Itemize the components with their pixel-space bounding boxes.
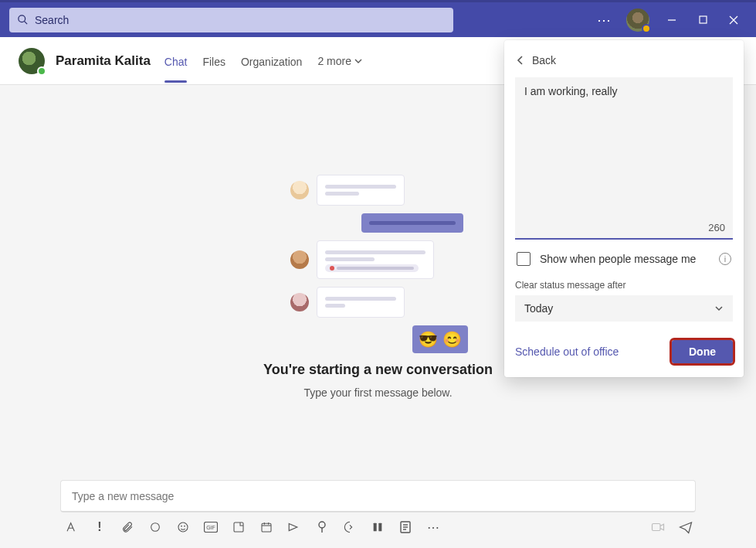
tab-chat[interactable]: Chat [164, 40, 188, 82]
user-avatar[interactable] [626, 9, 649, 32]
chevron-left-icon [517, 56, 524, 65]
schedule-icon[interactable] [259, 520, 273, 534]
show-when-message-checkbox[interactable] [517, 252, 531, 266]
praise-icon[interactable] [371, 520, 385, 534]
stream-icon[interactable] [287, 520, 301, 534]
clear-after-value: Today [524, 302, 553, 315]
attach-icon[interactable] [120, 520, 134, 534]
back-label: Back [532, 54, 556, 66]
tab-more[interactable]: 2 more [317, 55, 362, 67]
empty-sub: Type your first message below. [0, 386, 756, 399]
presence-badge [642, 24, 651, 33]
svg-rect-25 [653, 524, 661, 531]
video-clip-icon[interactable] [651, 520, 665, 534]
illus-avatar [290, 293, 309, 311]
svg-point-17 [319, 522, 325, 528]
tab-organization[interactable]: Organization [241, 40, 302, 82]
message-placeholder: Type a new message [72, 490, 174, 502]
tab-more-label: 2 more [317, 55, 351, 67]
svg-text:GIF: GIF [206, 525, 215, 530]
sticker-icon[interactable] [232, 520, 246, 534]
status-message-input[interactable]: I am working, really 260 [515, 77, 733, 240]
message-input[interactable]: Type a new message [60, 480, 696, 512]
svg-point-0 [19, 15, 25, 22]
svg-point-7 [178, 522, 188, 532]
title-bar: Search ⋯ [0, 0, 756, 37]
illus-avatar [290, 181, 309, 199]
contact-avatar[interactable] [19, 48, 45, 74]
tab-files[interactable]: Files [202, 40, 225, 82]
show-when-message-label: Show when people message me [540, 253, 696, 265]
updates-icon[interactable] [398, 520, 412, 534]
more-actions-icon[interactable]: ⋯ [426, 520, 440, 534]
approval-icon[interactable] [315, 520, 329, 534]
done-button[interactable]: Done [672, 340, 733, 363]
send-icon[interactable] [679, 520, 693, 534]
search-placeholder: Search [35, 14, 69, 26]
minimize-button[interactable] [663, 12, 680, 29]
format-icon[interactable] [65, 520, 79, 534]
clear-after-select[interactable]: Today [515, 295, 733, 322]
contact-name: Paramita Kalita [56, 53, 151, 69]
close-button[interactable] [725, 12, 742, 29]
svg-rect-19 [374, 523, 377, 532]
svg-point-9 [185, 526, 185, 526]
status-message-text: I am working, really [524, 85, 618, 97]
viva-icon[interactable] [343, 520, 357, 534]
svg-rect-3 [700, 16, 707, 23]
gif-icon[interactable]: GIF [204, 520, 218, 534]
compose-area: Type a new message ! GIF ⋯ [0, 477, 756, 548]
emoji-icon[interactable] [176, 520, 190, 534]
illus-avatar [290, 250, 309, 269]
illus-emoji: 😎😊 [412, 325, 468, 353]
svg-point-6 [151, 523, 160, 532]
svg-line-1 [24, 21, 27, 24]
loop-icon[interactable] [148, 520, 162, 534]
priority-icon[interactable]: ! [93, 520, 107, 534]
status-panel: Back I am working, really 260 Show when … [504, 40, 744, 377]
empty-illustration: 😎😊 [290, 175, 468, 353]
more-icon[interactable]: ⋯ [595, 12, 612, 29]
schedule-ooo-link[interactable]: Schedule out of office [515, 345, 619, 358]
svg-rect-12 [234, 522, 243, 532]
svg-point-8 [181, 526, 182, 526]
contact-presence-badge [37, 66, 46, 76]
info-icon[interactable]: i [719, 253, 731, 265]
chevron-down-icon [714, 304, 724, 313]
svg-rect-20 [378, 523, 381, 532]
chevron-down-icon [354, 57, 362, 65]
back-button[interactable]: Back [517, 54, 733, 66]
svg-rect-13 [262, 523, 271, 532]
search-input[interactable]: Search [9, 8, 453, 32]
char-count: 260 [708, 222, 725, 233]
maximize-button[interactable] [694, 12, 711, 29]
clear-after-label: Clear status message after [515, 280, 733, 291]
search-icon [17, 14, 29, 26]
